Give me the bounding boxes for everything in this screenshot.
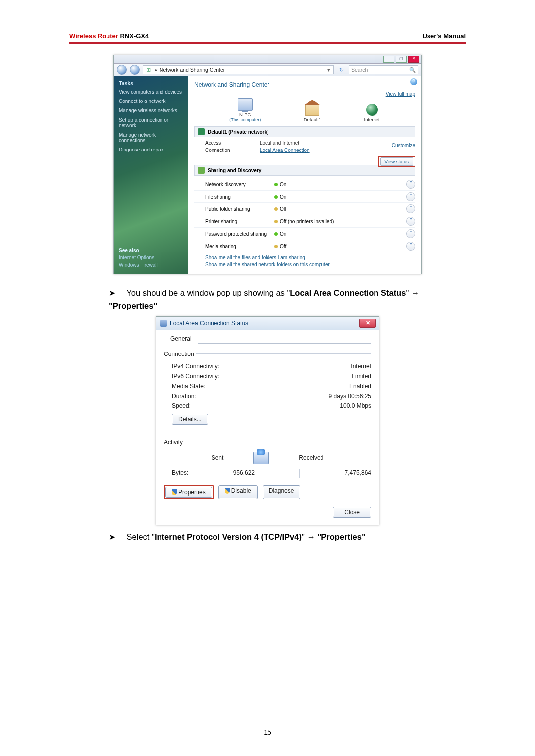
c-v: Limited — [352, 373, 371, 380]
doc-header-right: User's Manual — [422, 32, 466, 40]
main-panel: ? Network and Sharing Center View full m… — [188, 76, 421, 274]
minimize-button[interactable]: — — [383, 56, 394, 63]
c-k: IPv6 Connectivity: — [172, 373, 219, 380]
b1-mid: " → — [406, 288, 419, 297]
status-dot-on-icon — [274, 232, 278, 236]
shield-icon — [225, 488, 230, 494]
bytes-label: Bytes: — [172, 469, 188, 478]
breadcrumb-text: Network and Sharing Center — [160, 67, 225, 73]
breadcrumb[interactable]: ⊞ « Network and Sharing Center ▾ — [143, 65, 334, 74]
shield-icon — [172, 489, 177, 495]
page-number: 15 — [0, 728, 535, 736]
view-status-button[interactable]: View status — [380, 157, 413, 166]
maximize-button[interactable]: ▢ — [396, 56, 407, 63]
tasks-heading: Tasks — [119, 80, 183, 86]
sd-file-sharing: File sharing On ˅ — [194, 190, 415, 202]
network-icon — [198, 128, 205, 135]
properties-highlight: Properties — [164, 485, 214, 499]
tab-general[interactable]: General — [164, 334, 198, 344]
details-button[interactable]: Details... — [172, 414, 208, 425]
see-also-heading: See also — [119, 248, 158, 253]
title-black: RNX-GX4 — [118, 32, 149, 40]
sd-v: Off — [280, 244, 406, 249]
c-k: IPv4 Connectivity: — [172, 363, 219, 370]
b2-bold1: Internet Protocol Version 4 (TCP/IPv4) — [155, 532, 302, 541]
b2-bold2: "Properties" — [318, 532, 366, 541]
task-manage-wireless[interactable]: Manage wireless networks — [119, 108, 183, 113]
expand-button[interactable]: ˅ — [406, 242, 415, 251]
activity-legend: Activity — [164, 439, 185, 446]
bullet-arrow-icon: ➤ — [109, 533, 115, 541]
node-gw-label: Default1 — [304, 117, 321, 122]
window-titlebar: — ▢ ✕ — [114, 55, 421, 64]
expand-button[interactable]: ˅ — [406, 180, 415, 189]
task-diagnose[interactable]: Diagnose and repair — [119, 147, 183, 152]
b1-pre: You should be a window pop up showing as… — [126, 288, 290, 297]
connection-legend: Connection — [164, 351, 196, 357]
expand-button[interactable]: ˅ — [406, 192, 415, 201]
status-dot-off-icon — [274, 220, 278, 223]
expand-button[interactable]: ˅ — [406, 217, 415, 226]
close-dialog-button[interactable]: Close — [333, 507, 371, 518]
conn-key: Connection — [205, 148, 260, 153]
button-row: Properties Disable Diagnose — [164, 485, 371, 499]
panel-heading: Network and Sharing Center — [194, 81, 415, 88]
sd-media-sharing: Media sharing Off ˅ — [194, 240, 415, 252]
node-gateway: Default1 — [304, 104, 321, 122]
see-also-windows-firewall[interactable]: Windows Firewall — [119, 262, 158, 268]
screenshot-lan-status: Local Area Connection Status ✕ General C… — [156, 316, 379, 525]
status-dot-off-icon — [274, 207, 278, 211]
tab-strip: General — [164, 333, 371, 344]
see-also-internet-options[interactable]: Internet Options — [119, 255, 158, 260]
close-button[interactable]: ✕ — [359, 319, 376, 328]
sd-k: File sharing — [205, 194, 274, 200]
b2-mid: " → — [302, 532, 318, 541]
properties-button[interactable]: Properties — [165, 487, 212, 498]
net-title: Default1 — [208, 129, 227, 135]
expand-button[interactable]: ˅ — [406, 204, 415, 213]
sent-label: Sent — [212, 454, 224, 461]
access-key: Access — [205, 140, 260, 146]
c-k: Media State: — [172, 383, 205, 390]
c-k: Speed: — [172, 403, 191, 409]
pc-icon — [238, 98, 253, 111]
activity-group: Activity Sent —— —— Received Bytes: 956,… — [164, 439, 371, 478]
search-placeholder: Search — [351, 67, 368, 73]
b1-bold1: Local Area Connection Status — [290, 288, 406, 297]
address-bar: ⊞ « Network and Sharing Center ▾ ↻ Searc… — [114, 64, 421, 76]
sd-v: On — [280, 231, 406, 237]
bullet-2: ➤ Select "Internet Protocol Version 4 (T… — [109, 530, 426, 544]
bytes-sent: 956,622 — [233, 469, 255, 478]
search-input[interactable]: Search 🔍 — [349, 65, 418, 74]
close-button[interactable]: ✕ — [408, 56, 419, 63]
refresh-icon[interactable]: ↻ — [337, 67, 346, 73]
sd-heading: Sharing and Discovery — [208, 168, 261, 173]
task-connect-network[interactable]: Connect to a network — [119, 99, 183, 104]
node-this-pc: N-PC (This computer) — [229, 98, 261, 122]
view-full-map-link[interactable]: View full map — [386, 91, 415, 97]
customize-link[interactable]: Customize — [392, 143, 415, 148]
diagnose-button[interactable]: Diagnose — [263, 485, 301, 499]
doc-header-rule — [69, 42, 466, 44]
bytes-recv: 7,475,864 — [345, 469, 371, 478]
sd-public-folder: Public folder sharing Off ˅ — [194, 202, 415, 215]
sd-k: Network discovery — [205, 182, 274, 187]
expand-button[interactable]: ˅ — [406, 229, 415, 238]
task-setup-connection[interactable]: Set up a connection or network — [119, 117, 183, 128]
help-icon[interactable]: ? — [410, 78, 417, 85]
disable-button[interactable]: Disable — [218, 485, 258, 499]
b2-pre: Select " — [127, 532, 155, 541]
network-map: N-PC (This computer) Default1 Internet — [208, 98, 401, 122]
back-button[interactable] — [117, 65, 127, 75]
forward-button[interactable] — [130, 65, 140, 75]
conn-val: Local Area Connection — [260, 148, 310, 153]
link-show-files[interactable]: Show me all the files and folders I am s… — [205, 255, 415, 260]
doc-header-left: Wireless Router RNX-GX4 — [69, 32, 149, 40]
kv-connection: Connection Local Area Connection — [194, 147, 415, 154]
sd-v: On — [280, 194, 406, 200]
received-label: Received — [299, 454, 323, 461]
sd-k: Public folder sharing — [205, 206, 274, 212]
task-view-computers[interactable]: View computers and devices — [119, 89, 183, 95]
task-manage-connections[interactable]: Manage network connections — [119, 132, 183, 143]
link-show-folders[interactable]: Show me all the shared network folders o… — [205, 262, 415, 267]
